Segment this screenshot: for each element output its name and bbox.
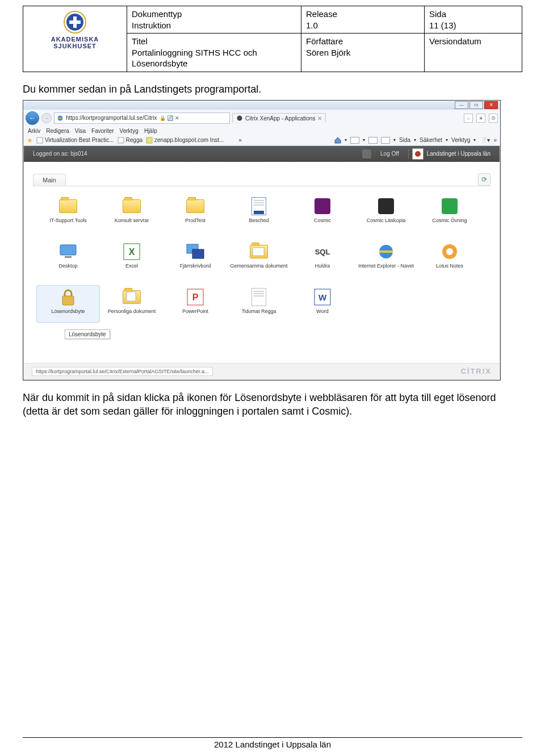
menu-verktyg[interactable]: Verktyg xyxy=(120,128,139,134)
personal-icon xyxy=(123,288,141,306)
address-url: https://kortprogramportal.lul.se/Citrix xyxy=(66,115,157,121)
logoff-link[interactable]: Log Off xyxy=(375,151,405,157)
favorites-bar: ★ Virtualization Best Practic... Regga z… xyxy=(23,135,500,145)
tab-main[interactable]: Main xyxy=(33,174,66,186)
app-label: Cosmic xyxy=(314,218,331,229)
lock-icon xyxy=(59,288,77,306)
app-internet-explorer-navet[interactable]: Internet Explorer - Navet xyxy=(354,240,418,277)
menu-arkiv[interactable]: Arkiv xyxy=(28,128,40,134)
app-powerpoint[interactable]: PPowerPoint xyxy=(164,285,227,323)
window-minimize-button[interactable]: — xyxy=(455,101,468,109)
svg-rect-21 xyxy=(127,292,136,301)
fav-item-1[interactable]: Virtualization Best Practic... xyxy=(36,137,114,144)
app-cosmic-l-skopia[interactable]: Cosmic Läskopia xyxy=(354,194,418,232)
app-label: Cosmic Läskopia xyxy=(367,218,406,229)
app-cosmic[interactable]: Cosmic xyxy=(291,194,354,232)
browser-tab[interactable]: Citrix XenApp - Applications ✕ xyxy=(232,113,326,123)
print-icon[interactable] xyxy=(381,137,390,144)
tooltip-losenordsbyte: Lösenordsbyte xyxy=(65,329,110,339)
app-word[interactable]: WWord xyxy=(291,285,354,323)
app-label: Excel xyxy=(125,263,138,274)
address-bar[interactable]: https://kortprogramportal.lul.se/Citrix … xyxy=(54,112,230,124)
sida-value: 11 (13) xyxy=(429,20,456,30)
menu-hjalp[interactable]: Hjälp xyxy=(144,128,157,134)
logged-label: Logged on as: xyxy=(33,151,69,157)
tool-sakerhet[interactable]: Säkerhet xyxy=(420,137,442,143)
dokumenttyp-label: Dokumenttyp xyxy=(132,9,182,19)
page-icon xyxy=(118,137,124,144)
mail-icon[interactable] xyxy=(368,137,378,144)
refresh-button[interactable]: ⟳ xyxy=(478,173,491,186)
cosmic-purple-icon xyxy=(313,197,332,215)
citrix-logo: CİTRIX xyxy=(460,367,492,375)
add-favorite-icon[interactable]: ★ xyxy=(27,136,33,144)
fav-item-label: Virtualization Best Practic... xyxy=(45,137,114,143)
fav-item-2[interactable]: Regga xyxy=(118,137,142,144)
app-fj-rrskrivbord[interactable]: Fjärrskrivbord xyxy=(164,240,227,277)
sida-label: Sida xyxy=(429,9,446,19)
outro-paragraph: När du kommit in på sidan klicka på ikon… xyxy=(23,391,522,419)
ie-icon xyxy=(377,243,395,261)
app-lotus-notes[interactable]: Lotus Notes xyxy=(418,240,481,277)
hospital-logo-icon xyxy=(64,11,86,34)
app-besched[interactable]: Besched xyxy=(227,194,291,232)
menu-favoriter[interactable]: Favoriter xyxy=(91,128,114,134)
app-label: Lösenordsbyte xyxy=(51,308,85,320)
page-icon xyxy=(36,137,43,144)
app-label: Lotus Notes xyxy=(436,263,463,274)
app-label: Cosmic Övning xyxy=(432,218,467,229)
nav-forward-button[interactable]: → xyxy=(41,113,52,123)
app-konsult-servrar[interactable]: Konsult servrar xyxy=(100,194,164,232)
nav-back-button[interactable]: ← xyxy=(26,111,39,125)
app-label: PowerPoint xyxy=(182,308,208,320)
release-value: 1.0 xyxy=(306,20,318,30)
footer-text: 2012 Landstinget i Uppsala län xyxy=(23,740,522,749)
tool-verktyg[interactable]: Verktyg xyxy=(451,137,470,143)
app-excel[interactable]: XExcel xyxy=(100,240,164,277)
folder-icon xyxy=(186,197,204,215)
rdp-icon xyxy=(186,243,204,261)
app-tidomat-regga[interactable]: Tidomat Regga xyxy=(227,285,291,323)
window-maximize-button[interactable]: ▭ xyxy=(469,101,483,109)
app-it-support-tools[interactable]: IT-Support Tools xyxy=(36,194,100,232)
tool-sida[interactable]: Sida xyxy=(399,137,410,143)
logo-cell: AKADEMISKA SJUKHUSET xyxy=(23,6,127,72)
titel-value: Portalinloggning SITHS HCC och Lösenords… xyxy=(132,48,257,69)
ie-icon xyxy=(57,115,64,122)
menu-redigera[interactable]: Redigera xyxy=(46,128,69,134)
tools-icon[interactable]: ⚙ xyxy=(489,114,498,123)
portal-topbar: Logged on as: bjs014 Log Off Landstinget… xyxy=(24,146,500,162)
app-huldra[interactable]: SQLHuldra xyxy=(291,240,354,277)
fav-item-label: zenapp.blogspot.com Inst... xyxy=(154,137,224,143)
sql-icon: SQL xyxy=(313,243,332,261)
app-gemensamma-dokument[interactable]: Gemensamma dokument xyxy=(227,240,291,277)
favorites-icon[interactable]: ★ xyxy=(476,114,485,123)
app-desktop[interactable]: Desktop xyxy=(36,240,100,277)
svg-rect-20 xyxy=(62,296,74,305)
app-label: Personliga dokument xyxy=(108,308,156,320)
app-cosmic-vning[interactable]: Cosmic Övning xyxy=(418,194,481,232)
app-prodtest[interactable]: ProdTest xyxy=(164,194,227,232)
org-name-2: SJUKHUSET xyxy=(27,43,123,49)
window-close-button[interactable]: ✕ xyxy=(484,101,498,109)
browser-tab-title: Citrix XenApp - Applications xyxy=(245,115,315,122)
svg-text:P: P xyxy=(192,293,199,302)
svg-text:X: X xyxy=(129,247,135,257)
lotus-icon xyxy=(441,243,459,261)
logged-user: bjs014 xyxy=(70,151,87,157)
feeds-icon[interactable] xyxy=(350,137,359,144)
app-grid: IT-Support ToolsKonsult servrarProdTestB… xyxy=(33,186,491,331)
status-bar: https://kortprogramportal.lul.se/Citrix/… xyxy=(24,363,500,379)
home-icon[interactable] xyxy=(334,137,341,144)
app-l-senordsbyte[interactable]: Lösenordsbyte xyxy=(36,285,100,323)
address-suffix-icons: 🔒 🔄 ✕ xyxy=(160,115,179,121)
tidomat-icon xyxy=(250,288,268,306)
app-personliga-dokument[interactable]: Personliga dokument xyxy=(100,285,164,323)
portal-tab-row: Main ⟳ xyxy=(33,173,491,186)
portal-brand: Landstinget i Uppsala län xyxy=(412,148,491,160)
tab-close-icon[interactable]: ✕ xyxy=(317,115,322,122)
menu-visa[interactable]: Visa xyxy=(75,128,86,134)
home-icon[interactable]: ⌂ xyxy=(464,114,473,123)
svg-point-5 xyxy=(237,116,242,121)
fav-item-3[interactable]: zenapp.blogspot.com Inst... xyxy=(146,137,224,144)
